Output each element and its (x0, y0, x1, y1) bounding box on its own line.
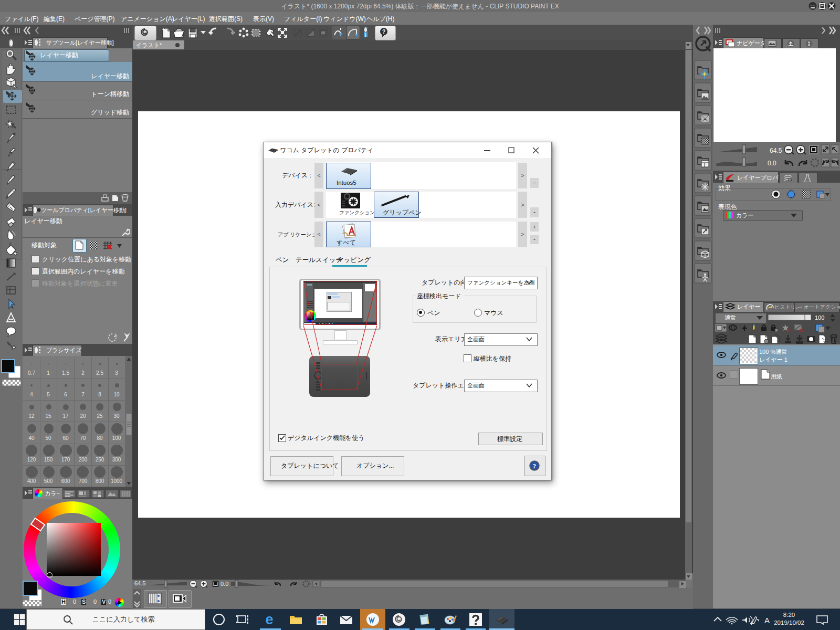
svg-text:64.5: 64.5 (770, 147, 782, 154)
svg-text:?: ? (533, 462, 537, 470)
svg-text:?: ? (382, 28, 386, 35)
svg-text:e: e (265, 613, 273, 627)
svg-text:0.0: 0.0 (220, 581, 228, 587)
svg-text:0.0: 0.0 (768, 160, 776, 167)
